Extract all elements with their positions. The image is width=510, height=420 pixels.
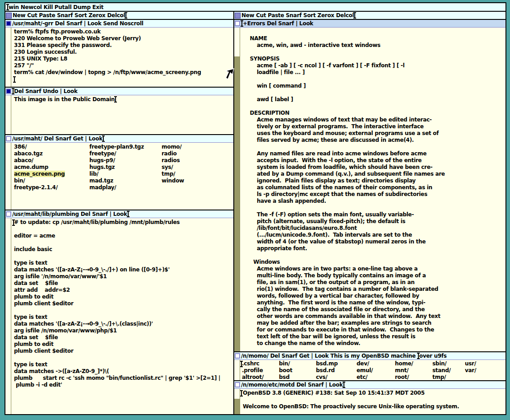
list-item[interactable]: cvs/ xyxy=(316,374,357,380)
scrollbar[interactable] xyxy=(5,95,11,134)
list-item[interactable]: emul/ xyxy=(357,367,395,374)
list-item[interactable]: sys/ xyxy=(162,164,184,171)
main-tag[interactable]: win Newcol Kill Putall Dump Exit xyxy=(5,3,505,11)
list-item[interactable]: .cshrc xyxy=(242,360,279,367)
list-item[interactable]: bsd.mp xyxy=(316,360,357,367)
maht-directory-listing[interactable]: 386/abaco.tgzabaco/acme.dumpacme_screen.… xyxy=(11,143,233,210)
list-item[interactable]: freetype/ xyxy=(89,150,162,157)
right-column-tag[interactable]: New Cut Paste Snarf Sort Zerox Delcol xyxy=(234,12,505,19)
tag-terminal[interactable]: /usr/maht/-grr Del Snarf | Look Send Nos… xyxy=(5,20,233,28)
scrollbar[interactable] xyxy=(5,143,11,210)
dir-column[interactable]: 386/abaco.tgzabaco/acme.dumpacme_screen.… xyxy=(14,144,89,210)
list-item[interactable]: freetype-2.1.4/ xyxy=(14,184,89,191)
tag-momo-dir-text-left[interactable]: /n/momo/ Del Snarf Get | Look This is my… xyxy=(241,353,417,359)
scrollbar-thumb[interactable] xyxy=(234,360,240,380)
body-terminal[interactable]: term% ftpfs ftp.proweb.co.uk 220 Welcome… xyxy=(5,28,233,87)
tag-maht-dir[interactable]: /usr/maht/ Del Snarf Get | Look xyxy=(5,135,233,143)
list-item[interactable]: boot xyxy=(279,367,316,374)
list-item[interactable]: hugs-p9/ xyxy=(89,157,162,164)
list-item[interactable]: freetype-plan9.tgz xyxy=(89,144,162,150)
scrollbar-thumb[interactable] xyxy=(5,143,11,210)
scrollbar[interactable] xyxy=(5,28,11,87)
column-layout-box-icon[interactable] xyxy=(6,13,12,19)
dir-column[interactable]: sbin/stand/tmp/ xyxy=(432,360,465,380)
list-item[interactable]: var/ xyxy=(465,367,476,374)
list-item[interactable]: .profile xyxy=(242,367,279,374)
left-column-tag[interactable]: New Cut Paste Snarf Sort Zerox Delcol xyxy=(5,12,233,19)
clean-layout-box-icon[interactable] xyxy=(6,211,11,217)
list-item[interactable]: tmp/ xyxy=(432,374,465,380)
list-item[interactable]: root/ xyxy=(395,374,432,380)
body-motd[interactable]: OpenBSD 3.8 (GENERIC) #138: Sat Sep 10 1… xyxy=(234,389,505,414)
clean-layout-box-icon[interactable] xyxy=(6,136,11,141)
scrollbar-thumb[interactable] xyxy=(5,28,11,87)
tag-motd[interactable]: /n/momo/etc/motd Del Snarf | Look xyxy=(234,381,505,389)
motd-text[interactable]: OpenBSD 3.8 (GENERIC) #138: Sat Sep 10 1… xyxy=(240,389,505,414)
clean-layout-box-icon[interactable] xyxy=(235,353,240,359)
list-item[interactable]: etc/ xyxy=(357,374,395,380)
list-item[interactable]: radio xyxy=(162,150,184,157)
list-item[interactable]: tmp/ xyxy=(162,171,184,177)
note-text[interactable]: This image is in the Public Domain xyxy=(11,95,233,134)
body-plumbing[interactable]: # to update: cp /usr/maht/lib/plumbing /… xyxy=(5,218,233,414)
list-item[interactable]: dev/ xyxy=(357,360,395,367)
tag-motd-text[interactable]: /n/momo/etc/motd Del Snarf | Look xyxy=(241,382,343,388)
body-note[interactable]: This image is in the Public Domain xyxy=(5,95,233,134)
terminal-output[interactable]: term% ftpfs ftp.proweb.co.uk 220 Welcome… xyxy=(11,28,233,87)
list-item[interactable]: altroot/ xyxy=(242,374,279,380)
scrollbar-thumb[interactable] xyxy=(234,389,240,399)
note-line[interactable]: This image is in the Public Domain xyxy=(14,96,115,103)
list-item[interactable]: acme.dump xyxy=(14,164,89,171)
tag-note[interactable]: Del Snarf Undo | Look xyxy=(5,88,233,95)
clean-layout-box-icon[interactable] xyxy=(235,21,240,26)
body-errors[interactable]: NAME acme, win, awd - interactive text w… xyxy=(234,28,505,351)
list-item[interactable]: bin/ xyxy=(14,177,89,184)
dir-column[interactable]: usr/var/ xyxy=(465,360,476,380)
list-item[interactable]: mad.tgz xyxy=(89,177,162,184)
list-item[interactable]: home/ xyxy=(395,360,432,367)
selected-file[interactable]: acme_screen.png xyxy=(14,171,65,177)
dir-column[interactable]: bsd.mpbsd.rdcvs/ xyxy=(316,360,357,380)
tag-plumbing-text[interactable]: /usr/maht/lib/plumbing Del Snarf | Look xyxy=(12,211,127,217)
scrollbar-thumb[interactable] xyxy=(234,28,240,56)
scrollbar[interactable] xyxy=(5,218,11,414)
dir-column[interactable]: bin/bootbsd xyxy=(279,360,316,380)
list-item[interactable]: 386/ xyxy=(14,144,89,150)
list-item[interactable]: acme_screen.png xyxy=(14,171,89,177)
list-item[interactable]: bsd xyxy=(279,374,316,380)
list-item[interactable]: radios xyxy=(162,157,184,164)
list-item[interactable]: hugs.tgz xyxy=(89,164,162,171)
list-item[interactable]: madplay/ xyxy=(89,184,162,191)
list-item[interactable]: stand/ xyxy=(432,367,465,374)
scrollbar-thumb[interactable] xyxy=(5,95,11,134)
main-tag-text[interactable]: win Newcol Kill Putall Dump Exit xyxy=(9,4,103,10)
list-item[interactable]: usr/ xyxy=(465,360,476,367)
dir-column[interactable]: freetype-plan9.tgzfreetype/hugs-p9/hugs.… xyxy=(89,144,162,210)
column-layout-box-icon[interactable] xyxy=(235,13,241,19)
plumbing-rules-text[interactable]: # to update: cp /usr/maht/lib/plumbing /… xyxy=(11,218,233,414)
tag-errors[interactable]: +Errors Del Snarf | Look xyxy=(234,20,505,28)
list-item[interactable]: momo/ xyxy=(162,144,184,150)
tag-terminal-text[interactable]: /usr/maht/-grr Del Snarf | Look Send Nos… xyxy=(12,20,144,27)
dir-column[interactable]: momo/radioradiossys/tmp/window xyxy=(162,144,184,210)
right-column-tag-text[interactable]: New Cut Paste Snarf Sort Zerox Delcol xyxy=(241,12,354,19)
tag-momo-dir-text-right[interactable]: over u9fs xyxy=(419,353,447,359)
list-item[interactable]: abaco/ xyxy=(14,157,89,164)
list-item[interactable]: lib/ xyxy=(89,171,162,177)
tag-momo-dir[interactable]: /n/momo/ Del Snarf Get | Look This is my… xyxy=(234,352,505,360)
clean-layout-box-icon[interactable] xyxy=(235,382,240,387)
tag-note-text[interactable]: Del Snarf Undo | Look xyxy=(14,88,78,94)
dir-column[interactable]: home/mnt/root/ xyxy=(395,360,432,380)
scrollbar[interactable] xyxy=(234,389,240,414)
scrollbar-thumb[interactable] xyxy=(5,218,11,414)
list-item[interactable]: bsd.rd xyxy=(316,367,357,374)
momo-directory-listing[interactable]: .cshrc.profilealtroot/ bin/bootbsd bsd.m… xyxy=(240,360,505,380)
dirty-layout-box-icon[interactable] xyxy=(6,21,11,26)
dirty-layout-box-icon[interactable] xyxy=(6,89,11,94)
list-item[interactable]: abaco.tgz xyxy=(14,150,89,157)
dir-column[interactable]: .cshrc.profilealtroot/ xyxy=(242,360,279,380)
left-column-tag-text[interactable]: New Cut Paste Snarf Sort Zerox Delcol xyxy=(13,12,125,19)
body-maht-dir[interactable]: 386/abaco.tgzabaco/acme.dumpacme_screen.… xyxy=(5,143,233,210)
dir-column[interactable]: dev/emul/etc/ xyxy=(357,360,395,380)
tag-errors-text[interactable]: +Errors Del Snarf | Look xyxy=(243,20,313,27)
